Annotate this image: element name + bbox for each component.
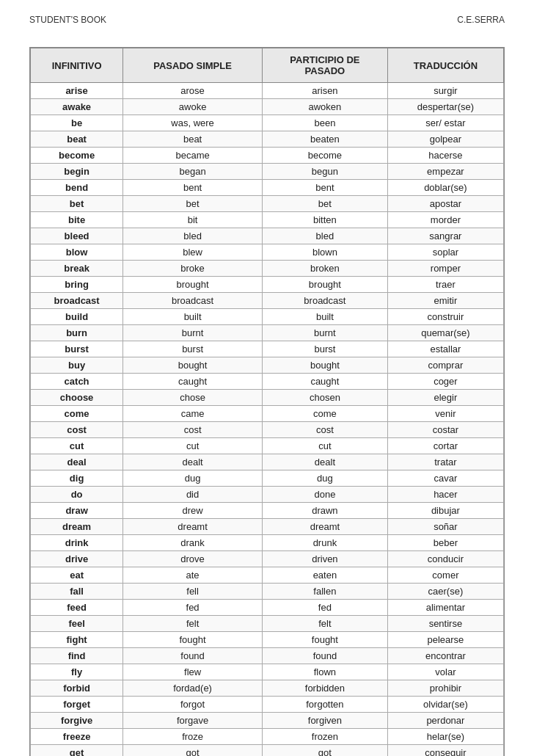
- cell-participio: chosen: [262, 390, 387, 406]
- cell-traduccion: coger: [387, 374, 503, 390]
- table-row: getgotgotconseguir: [31, 745, 504, 757]
- cell-traduccion: venir: [387, 406, 503, 422]
- cell-participio: bet: [262, 196, 387, 212]
- cell-infinitivo: find: [31, 648, 123, 664]
- table-row: drawdrewdrawndibujar: [31, 503, 504, 519]
- cell-pasado: arose: [123, 83, 263, 99]
- cell-participio: cut: [262, 438, 387, 454]
- cell-traduccion: conseguir: [387, 745, 503, 757]
- cell-pasado: drew: [123, 503, 263, 519]
- cell-traduccion: morder: [387, 212, 503, 228]
- col-header-traduccion: TRADUCCIÓN: [387, 48, 503, 83]
- table-row: findfoundfoundencontrar: [31, 648, 504, 664]
- cell-pasado: brought: [123, 277, 263, 293]
- verb-table-container: INFINITIVO PASADO SIMPLE PARTICIPIO DEPA…: [29, 47, 505, 756]
- cell-participio: fallen: [262, 584, 387, 600]
- cell-pasado: found: [123, 648, 263, 664]
- header-right: C.E.SERRA: [457, 15, 505, 25]
- cell-infinitivo: become: [31, 148, 123, 164]
- table-row: forgiveforgaveforgivenperdonar: [31, 713, 504, 729]
- cell-pasado: was, were: [123, 115, 263, 131]
- cell-participio: dealt: [262, 454, 387, 470]
- cell-participio: come: [262, 406, 387, 422]
- col-header-pasado: PASADO SIMPLE: [123, 48, 263, 83]
- cell-pasado: got: [123, 745, 263, 757]
- cell-infinitivo: bleed: [31, 228, 123, 244]
- table-row: digdugdugcavar: [31, 470, 504, 487]
- cell-traduccion: romper: [387, 261, 503, 277]
- table-row: bendbentbentdoblar(se): [31, 180, 504, 196]
- cell-pasado: forgot: [123, 697, 263, 713]
- cell-participio: burnt: [262, 325, 387, 341]
- cell-traduccion: pelearse: [387, 632, 503, 648]
- cell-participio: bought: [262, 357, 387, 374]
- cell-pasado: dug: [123, 470, 263, 487]
- cell-infinitivo: awake: [31, 99, 123, 115]
- table-row: broadcastbroadcastbroadcastemitir: [31, 293, 504, 309]
- cell-pasado: felt: [123, 616, 263, 632]
- cell-traduccion: olvidar(se): [387, 697, 503, 713]
- cell-infinitivo: forbid: [31, 680, 123, 697]
- cell-pasado: chose: [123, 390, 263, 406]
- cell-infinitivo: dream: [31, 519, 123, 535]
- cell-pasado: drove: [123, 551, 263, 567]
- cell-infinitivo: drink: [31, 535, 123, 551]
- cell-participio: driven: [262, 551, 387, 567]
- table-row: betbetbetapostar: [31, 196, 504, 212]
- table-row: becomebecamebecomehacerse: [31, 148, 504, 164]
- cell-traduccion: ser/ estar: [387, 115, 503, 131]
- cell-pasado: caught: [123, 374, 263, 390]
- cell-infinitivo: cut: [31, 438, 123, 454]
- header-left: STUDENT'S BOOK: [29, 15, 106, 25]
- cell-traduccion: soñar: [387, 519, 503, 535]
- table-row: buildbuiltbuiltconstruir: [31, 309, 504, 325]
- cell-pasado: drank: [123, 535, 263, 551]
- cell-pasado: came: [123, 406, 263, 422]
- cell-participio: broken: [262, 261, 387, 277]
- cell-infinitivo: forget: [31, 697, 123, 713]
- table-row: costcostcostcostar: [31, 422, 504, 438]
- table-row: freezefrozefrozenhelar(se): [31, 729, 504, 745]
- cell-participio: dreamt: [262, 519, 387, 535]
- cell-traduccion: beber: [387, 535, 503, 551]
- cell-pasado: cost: [123, 422, 263, 438]
- cell-pasado: bent: [123, 180, 263, 196]
- cell-infinitivo: beat: [31, 131, 123, 148]
- table-row: burstburstburstestallar: [31, 341, 504, 357]
- cell-infinitivo: break: [31, 261, 123, 277]
- table-row: drinkdrankdrunkbeber: [31, 535, 504, 551]
- cell-infinitivo: drive: [31, 551, 123, 567]
- cell-infinitivo: draw: [31, 503, 123, 519]
- cell-traduccion: encontrar: [387, 648, 503, 664]
- cell-participio: fed: [262, 600, 387, 616]
- table-row: beatbeatbeatengolpear: [31, 131, 504, 148]
- cell-infinitivo: begin: [31, 164, 123, 180]
- table-row: bewas, werebeenser/ estar: [31, 115, 504, 131]
- cell-participio: forbidden: [262, 680, 387, 697]
- cell-pasado: burnt: [123, 325, 263, 341]
- cell-infinitivo: feel: [31, 616, 123, 632]
- table-row: feedfedfedalimentar: [31, 600, 504, 616]
- cell-pasado: broke: [123, 261, 263, 277]
- cell-traduccion: volar: [387, 664, 503, 680]
- cell-infinitivo: do: [31, 487, 123, 503]
- table-row: dreamdreamtdreamtsoñar: [31, 519, 504, 535]
- cell-pasado: burst: [123, 341, 263, 357]
- table-row: feelfeltfeltsentirse: [31, 616, 504, 632]
- cell-pasado: blew: [123, 244, 263, 261]
- cell-traduccion: despertar(se): [387, 99, 503, 115]
- cell-infinitivo: cost: [31, 422, 123, 438]
- cell-participio: caught: [262, 374, 387, 390]
- cell-infinitivo: build: [31, 309, 123, 325]
- cell-traduccion: tratar: [387, 454, 503, 470]
- cell-infinitivo: dig: [31, 470, 123, 487]
- table-row: bitebitbittenmorder: [31, 212, 504, 228]
- table-row: cutcutcutcortar: [31, 438, 504, 454]
- cell-pasado: became: [123, 148, 263, 164]
- cell-pasado: flew: [123, 664, 263, 680]
- cell-pasado: bought: [123, 357, 263, 374]
- cell-pasado: fell: [123, 584, 263, 600]
- table-row: comecamecomevenir: [31, 406, 504, 422]
- cell-traduccion: doblar(se): [387, 180, 503, 196]
- cell-pasado: broadcast: [123, 293, 263, 309]
